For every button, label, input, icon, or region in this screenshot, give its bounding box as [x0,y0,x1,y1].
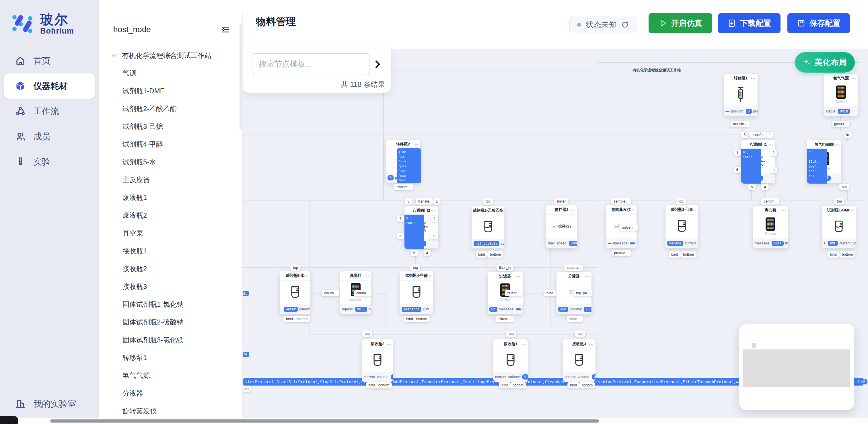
chevron-right-icon[interactable] [372,59,383,69]
tree-item[interactable]: 气源 [99,64,242,82]
node-transfer-pump-2[interactable]: 转移泵2•••0pump_info:{'de 'vir 'sta 'pos 'c… [386,140,420,183]
node-receiver-3[interactable]: 接收瓶3•••current_volume:0 [563,339,595,382]
node-menu-icon[interactable]: ••• [691,208,696,212]
node-centrifuge[interactable]: 离心机•••Devicemessage:nullma [753,206,788,248]
node-receiver-1[interactable]: 接收瓶1•••current_volume:0 [493,339,528,382]
port-label-pill: top [506,331,516,337]
node-h2-gas-source[interactable]: 氢气气源•••Devicestatus:OPEN [824,74,858,116]
download-config-button[interactable]: 下载配置 [718,13,780,33]
tree-item[interactable]: 试剂瓶1-DMF [99,82,242,100]
tree-item[interactable]: 试剂瓶3-己烷 [99,118,242,135]
node-reagent-bottle-5[interactable]: 试剂瓶5-水•••:watercurrent_v [280,271,310,314]
value-badge[interactable] [516,308,521,310]
value-badge[interactable]: 0 [746,109,752,114]
node-h2-solenoid-valve[interactable]: 氢气电磁阀•••Devicestatus:nul': 12.0, ime': e… [807,140,841,183]
value-badge[interactable]: 0 [592,374,595,380]
tree-item[interactable]: 分液器 [99,385,242,402]
node-menu-icon[interactable]: ••• [414,142,418,147]
tree-item[interactable]: 接收瓶3 [99,278,242,296]
value-badge[interactable]: own [558,307,568,312]
node-menu-icon[interactable]: ••• [570,208,575,212]
value-badge[interactable] [630,242,635,244]
tree-item[interactable]: 旋转蒸发仪 [99,402,242,420]
tree-root-workstation[interactable]: 有机化学流程综合测试工作站 [99,34,242,60]
minimap-viewport[interactable] [743,350,850,387]
value-badge[interactable]: 0 [391,374,393,380]
tree-scrollbar[interactable] [240,24,242,130]
value-badge[interactable]: wn [489,307,497,312]
value-badge[interactable]: water [284,307,298,312]
tree-item[interactable]: 转移泵1 [99,349,242,367]
value-badge[interactable]: hexane [667,241,683,246]
value-badge[interactable]: DMF [828,241,838,246]
value-badge[interactable] [725,111,730,112]
node-menu-icon[interactable]: ••• [364,274,369,278]
collapse-panel-icon[interactable] [221,25,230,34]
node-transfer-pump-1[interactable]: 转移泵1••• position:0pump [724,74,757,116]
value-badge[interactable]: methanol [402,307,422,312]
node-reagent-bottle-4[interactable]: 试剂瓶4-甲醇•••methanolcurr [400,271,433,314]
search-input[interactable] [252,53,370,75]
sidebar-item-home[interactable]: 首页 [4,48,95,73]
horizontal-scrollbar-track[interactable] [0,418,868,424]
sidebar-item-workflow[interactable]: 工作流 [4,99,95,124]
tree-item[interactable]: 真空泵 [99,224,242,242]
value-badge[interactable]: null [355,307,367,312]
node-menu-icon[interactable]: ••• [769,143,773,147]
node-menu-icon[interactable]: ••• [849,208,854,213]
brand[interactable]: 玻尔 Bohrium [0,0,99,37]
value-badge[interactable]: OPEN [838,109,850,114]
beautify-layout-button[interactable]: 美化布局 [795,52,855,72]
refresh-icon[interactable] [621,21,629,28]
tree-item[interactable]: 氢气气源 [99,367,242,385]
tree-item[interactable]: 废液瓶1 [99,189,242,207]
value-badge[interactable] [608,243,612,244]
tree-item[interactable]: 固体试剂瓶3-氯化镁 [99,331,242,349]
node-menu-icon[interactable]: ••• [521,342,526,346]
node-eight-way-valve-1[interactable]: 八通阀门1•••status:Idn', ion': ' [741,140,775,183]
horizontal-scrollbar-thumb[interactable] [50,419,599,423]
node-menu-icon[interactable]: ••• [751,76,756,81]
tree-item[interactable]: 固体试剂瓶2-碳酸钠 [99,313,242,331]
sidebar-item-members[interactable]: 成员 [4,124,95,149]
node-reagent-bottle-3[interactable]: 试剂瓶3-己烷•••hexanecurrent_v [665,205,698,248]
node-reagent-bottle-2[interactable]: 试剂瓶2-乙酸乙酯•••hyl_acetatecurre [472,206,504,248]
node-menu-icon[interactable]: ••• [585,274,590,278]
tree-item[interactable]: 接收瓶1 [99,242,242,260]
node-menu-icon[interactable]: ••• [835,143,840,147]
node-menu-icon[interactable]: ••• [589,342,594,346]
node-receiver-2[interactable]: 接收瓶2•••current_volume:0 [362,339,393,382]
tree-item[interactable]: 试剂瓶4-甲醇 [99,135,242,153]
tree-item[interactable]: 主反应器 [99,171,242,189]
value-badge[interactable]: 0 [388,175,394,180]
tree-item[interactable]: 接收瓶2 [99,260,242,278]
node-menu-icon[interactable]: ••• [427,274,431,278]
node-stirrer-2[interactable]: 搅拌器2•••搅拌器2max_speed:2000 [546,205,577,248]
node-menu-icon[interactable]: ••• [498,209,502,213]
minimap-panel[interactable] [739,324,854,410]
node-menu-icon[interactable]: ••• [304,274,309,278]
tree-item[interactable]: 试剂瓶2-乙酸乙酯 [99,100,242,118]
sidebar-item-my-lab[interactable]: 我的实验室 [4,391,95,417]
tree-item[interactable]: 试剂瓶5-水 [99,153,242,171]
node-menu-icon[interactable]: ••• [851,76,856,81]
node-eight-way-valve-2[interactable]: 八通阀门2•••status:nun', ion': ' [404,206,438,248]
value-badge[interactable]: 2000 [569,241,577,246]
status-pill[interactable]: 状态未知 [569,16,637,33]
value-badge[interactable]: 0 [522,374,528,380]
node-menu-icon[interactable]: ••• [630,208,635,212]
node-menu-icon[interactable]: ••• [516,274,521,278]
start-simulation-button[interactable]: 开启仿真 [649,13,712,33]
value-badge[interactable]: null [772,241,784,246]
save-config-button[interactable]: 保存配置 [787,13,850,33]
node-menu-icon[interactable]: ••• [432,209,437,213]
sidebar-item-experiments[interactable]: 实验 [4,149,95,174]
tree-item[interactable]: 废液瓶2 [99,207,242,224]
node-menu-icon[interactable]: ••• [781,208,786,213]
node-menu-icon[interactable]: ••• [386,342,391,346]
value-badge[interactable]: 250 [584,307,591,312]
sidebar-item-instruments[interactable]: 仪器耗材 [4,73,95,99]
node-reagent-bottle-1[interactable]: 试剂瓶1-DMF•••e:DMFcurrent_vol [822,206,856,248]
tree-item[interactable]: 固体试剂瓶1-氯化钠 [99,296,242,313]
value-badge[interactable]: hyl_acetate [473,241,499,246]
